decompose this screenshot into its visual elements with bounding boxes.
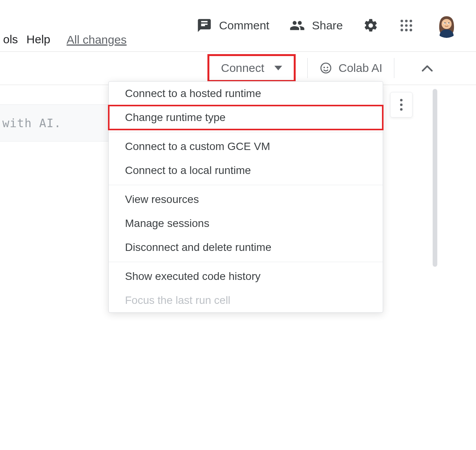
svg-point-14 [448, 22, 449, 24]
colab-ai-button[interactable]: Colab AI [319, 61, 382, 75]
svg-point-17 [327, 67, 328, 68]
svg-point-8 [409, 29, 412, 31]
menu-change-runtime-type[interactable]: Change runtime type [109, 106, 383, 130]
code-cell-placeholder[interactable]: with AI. [0, 104, 108, 141]
menu-focus-last-cell: Focus the last run cell [109, 288, 383, 312]
account-avatar[interactable] [434, 13, 459, 38]
comment-label: Comment [219, 19, 269, 32]
scrollbar[interactable] [433, 89, 437, 267]
menu-view-resources[interactable]: View resources [109, 188, 383, 211]
toolbar-row: Connect Colab AI [0, 52, 476, 85]
menu-separator [109, 132, 383, 132]
colab-ai-label: Colab AI [339, 61, 382, 75]
svg-point-12 [444, 22, 445, 24]
svg-point-3 [401, 24, 403, 27]
menu-separator [109, 185, 383, 185]
menu-connect-gce[interactable]: Connect to a custom GCE VM [109, 135, 383, 159]
svg-point-15 [321, 63, 331, 73]
menu-tools[interactable]: ols [0, 33, 23, 46]
all-changes-link[interactable]: All changes [67, 33, 127, 46]
menu-help[interactable]: Help [23, 33, 56, 46]
svg-point-16 [324, 67, 325, 68]
share-label: Share [312, 19, 343, 32]
comment-icon [197, 18, 212, 33]
share-button[interactable]: Share [289, 18, 343, 33]
menu-connect-hosted[interactable]: Connect to a hosted runtime [109, 82, 383, 106]
settings-button[interactable] [363, 18, 378, 33]
menu-disconnect[interactable]: Disconnect and delete runtime [109, 235, 383, 259]
connect-label: Connect [221, 61, 264, 75]
svg-point-6 [401, 29, 403, 31]
connect-dropdown-menu: Connect to a hosted runtime Change runti… [108, 81, 383, 313]
apps-button[interactable] [399, 18, 414, 33]
menu-code-history[interactable]: Show executed code history [109, 264, 383, 288]
gear-icon [363, 18, 378, 33]
collapse-button[interactable] [418, 58, 437, 78]
chevron-up-icon [422, 65, 433, 72]
svg-point-10 [442, 19, 452, 29]
caret-down-icon [274, 66, 282, 70]
spark-icon [319, 61, 332, 75]
apps-grid-icon [399, 18, 414, 33]
more-vert-icon [399, 98, 403, 111]
menu-manage-sessions[interactable]: Manage sessions [109, 211, 383, 235]
svg-point-4 [405, 24, 408, 27]
header-actions: Comment Share [197, 13, 459, 38]
connect-dropdown-button[interactable]: Connect [207, 54, 296, 82]
svg-point-7 [405, 29, 408, 31]
svg-point-19 [400, 104, 402, 106]
menu-separator [109, 262, 383, 262]
menu-bar: ols Help All changes [0, 33, 127, 46]
comment-button[interactable]: Comment [197, 18, 269, 33]
divider [307, 58, 308, 78]
svg-point-18 [400, 99, 402, 101]
svg-point-1 [405, 20, 408, 22]
cell-placeholder-text: with AI. [2, 116, 62, 130]
svg-point-2 [409, 20, 412, 22]
people-icon [289, 18, 305, 33]
svg-point-5 [409, 24, 412, 27]
cell-overflow-button[interactable] [390, 92, 413, 118]
divider [394, 58, 394, 78]
top-bar: ols Help All changes Comment Share [0, 0, 476, 52]
menu-connect-local[interactable]: Connect to a local runtime [109, 159, 383, 182]
svg-point-20 [400, 108, 402, 111]
svg-point-0 [401, 20, 403, 22]
